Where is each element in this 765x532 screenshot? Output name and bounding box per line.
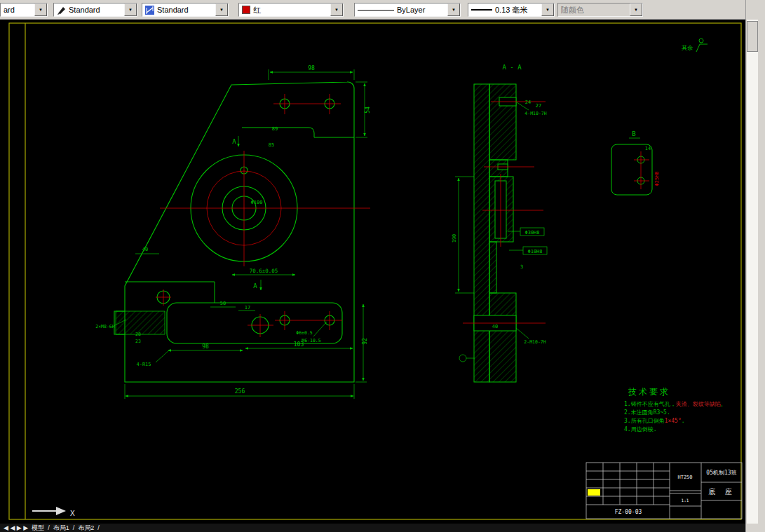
chevron-down-icon[interactable]: ▼ [34,4,47,16]
chevron-down-icon[interactable]: ▼ [330,4,343,16]
tab-model[interactable]: 模型 [32,524,44,532]
dim-text: 2×M8-6H [95,324,114,329]
color-value: 红 [253,5,261,15]
layout-tab-nav-icons[interactable]: ◀ ◀ ▶ ▶ [4,524,28,532]
tab-separator: / [97,524,100,532]
dim-text: 2-M10-7H [524,339,546,345]
titleblock-drawing-no: FZ-00-03 [615,509,642,515]
dim-text: Φ30H8 [524,230,539,236]
text-style-combo[interactable]: Standard ▼ [53,3,137,17]
right-panel-strip [745,0,765,532]
detail-view-centerlines [634,151,649,189]
dim-text: Φ10H8 [527,249,542,254]
layer-style-value: ard [4,6,15,14]
dim-text: 50 [220,301,226,306]
plot-style-value: 随颜色 [561,5,584,15]
dim-text: 70.6±0.05 [250,268,278,274]
chevron-down-icon[interactable]: ▼ [447,4,460,16]
tech-req-item: 2.未注圆角R3~5. [624,409,670,416]
chevron-down-icon[interactable]: ▼ [215,4,228,16]
section-mark-label: A [253,282,257,289]
scrollbar-thumb[interactable] [747,21,758,52]
ucs-x-label: X [70,509,75,518]
dim-text: 190 [452,234,457,243]
dim-text: 17 [245,305,250,311]
dim-text: 4-R15 [136,362,151,367]
detail-label: B [632,130,635,137]
dim-text: 98 [308,65,315,71]
color-swatch-red-icon [242,6,250,14]
dim-text: 92 [362,338,368,345]
dim-text: 40 [142,247,148,252]
dim-text: 27 [536,103,541,109]
tech-req-item: 3.所有孔口倒角1×45°. [624,418,685,424]
title-block: 05机制13班 底 座 HT250 1:1 FZ-00-03 [586,463,742,519]
color-combo[interactable]: 红 ▼ [238,3,344,17]
dim-text: Φ100 [251,200,263,205]
chevron-down-icon[interactable]: ▼ [541,4,554,16]
text-style-icon [57,6,66,15]
linetype-preview-icon [358,10,394,11]
highlighted-cell [588,489,600,496]
tech-req-item: 4.周边倒棱. [624,426,656,432]
dim-text: 28 [135,332,141,337]
drawing-canvas[interactable]: 98 54 89 85 40 Φ100 70.6±0.05 50 17 2×M8… [0,20,745,524]
layout-tab-bar: ◀ ◀ ▶ ▶ 模型 / 布局1 / 布局2 / [0,524,745,532]
dim-text: 256 [235,388,245,395]
dim-text: M6-10.5 [302,338,320,343]
ucs-icon: X [32,507,75,518]
linetype-combo[interactable]: ByLayer ▼ [354,3,461,17]
layer-style-combo[interactable]: ard ▼ [0,3,48,17]
plot-style-combo: 随颜色 ▼ [557,3,643,17]
tech-requirements: 技术要求 1.铸件不应有气孔，夹渣、裂纹等缺陷。 2.未注圆角R3~5. 3.所… [624,387,726,432]
detail-view-dim-text: B 14 Φ25H8 [632,130,660,186]
tab-layout2[interactable]: 布局2 [78,524,94,532]
dim-text: 89 [272,126,278,132]
dim-style-value: Standard [157,6,189,14]
dim-style-combo[interactable]: Standard ▼ [142,3,229,17]
dim-text: 4-M10-7H [524,111,546,116]
front-view [114,82,354,382]
linetype-value: ByLayer [397,6,425,14]
dim-text: 14 [645,146,651,151]
front-view-dim-lines [114,69,367,399]
roughness-symbol-icon [696,44,708,52]
surface-finish-note: 其余 [682,39,708,52]
chevron-down-icon[interactable]: ▼ [124,4,137,16]
tab-separator: / [73,524,75,532]
styles-toolbar: ard ▼ Standard ▼ Standard ▼ 红 ▼ ByLayer … [0,0,765,20]
dim-style-icon [145,6,154,15]
dim-text: Φ6±0.5 [296,330,313,336]
dim-text: 54 [365,107,371,114]
dim-text: 24 [525,100,531,105]
drawing-frame [9,23,741,519]
titleblock-part-name: 底 座 [708,488,735,496]
dim-text: 98 [202,343,209,350]
titleblock-material: HT250 [677,475,692,480]
lineweight-value: 0.13 毫米 [495,5,527,15]
front-view-dim-text: 98 54 89 85 40 Φ100 70.6±0.05 50 17 2×M8… [95,65,371,395]
dim-text: Φ25H8 [654,171,660,186]
titleblock-scale: 1:1 [682,498,689,503]
tab-separator: / [48,524,50,532]
tab-layout1[interactable]: 布局1 [53,524,69,532]
tech-req-title: 技术要求 [628,387,670,397]
vertical-scrollbar[interactable] [747,20,758,524]
dim-text: 85 [269,142,274,148]
lineweight-preview-icon [471,9,492,11]
titleblock-class: 05机制13班 [706,470,736,476]
tech-req-item: 1.铸件不应有气孔，夹渣、裂纹等缺陷。 [624,401,726,407]
text-style-value: Standard [69,6,100,14]
chevron-down-icon: ▼ [630,4,642,16]
dim-text: 3 [520,264,523,270]
front-view-centerlines [156,94,370,337]
dim-text: 40 [492,324,498,329]
lineweight-combo[interactable]: 0.13 毫米 ▼ [468,3,555,17]
surface-note-text: 其余 [682,45,693,51]
dim-text: 23 [135,339,141,344]
section-mark-label: A [232,138,236,145]
section-title: A - A [502,64,522,71]
